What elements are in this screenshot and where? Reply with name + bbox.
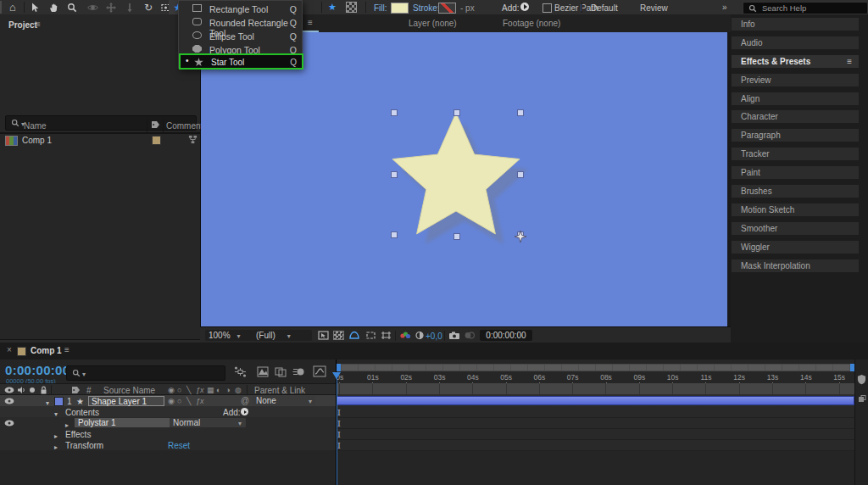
frame-blend-icon[interactable] xyxy=(275,366,287,377)
lock-icon[interactable] xyxy=(40,386,47,394)
hand-tool-button[interactable] xyxy=(44,0,63,14)
panel-align[interactable]: Align xyxy=(732,92,859,105)
project-panel-tab[interactable]: Project xyxy=(8,20,37,30)
polystar-shape[interactable] xyxy=(201,32,727,326)
quality-switch-icon[interactable] xyxy=(186,387,191,394)
menu-item-ellipse-tool[interactable]: Ellipse Tool Q xyxy=(179,29,302,42)
channel-rgb-icon[interactable] xyxy=(398,330,411,341)
search-options-caret-icon[interactable] xyxy=(82,369,86,378)
layer-visibility-eye-icon[interactable] xyxy=(4,398,14,404)
menu-item-rounded-rectangle-tool[interactable]: Rounded Rectangle Tool Q xyxy=(179,15,302,29)
parent-dropdown[interactable]: None xyxy=(253,396,315,405)
tab-layer[interactable]: Layer (none) xyxy=(409,19,457,28)
resolution-dropdown[interactable]: (Full) xyxy=(253,330,312,341)
work-area-bar[interactable] xyxy=(337,364,854,371)
project-panel-menu-icon[interactable] xyxy=(36,20,41,29)
workspace-tab-review[interactable]: Review xyxy=(640,3,668,13)
panel-grip[interactable] xyxy=(0,1,2,14)
zoom-tool-button[interactable] xyxy=(63,0,81,14)
audio-speaker-icon[interactable] xyxy=(17,386,25,394)
label-column-tag-icon[interactable] xyxy=(71,386,81,394)
rotation-tool-button[interactable] xyxy=(139,0,158,14)
panel-preview[interactable]: Preview xyxy=(732,74,859,86)
project-column-name[interactable]: Name xyxy=(24,121,47,131)
selection-handle-bottom-center[interactable] xyxy=(453,233,460,240)
selection-handle-bottom-left[interactable] xyxy=(391,231,398,238)
project-item-row[interactable]: Comp 1 xyxy=(0,134,200,146)
layer-row-shape-layer-1[interactable]: 1 Shape Layer 1 None xyxy=(0,395,336,406)
stroke-label[interactable]: Stroke: xyxy=(413,3,440,13)
mask-visibility-toggle-icon[interactable] xyxy=(348,330,360,341)
solo-icon[interactable] xyxy=(30,387,35,393)
add-property-menu-icon[interactable] xyxy=(241,408,248,415)
layer-duration-bar[interactable] xyxy=(337,396,854,405)
tool-creates-mask-toggle[interactable] xyxy=(343,0,359,14)
selection-handle-mid-right[interactable] xyxy=(517,171,524,178)
work-area-start-handle[interactable] xyxy=(337,364,341,371)
bezier-path-checkbox[interactable] xyxy=(542,3,552,13)
parent-pickwhip-icon[interactable] xyxy=(241,397,249,405)
layer-shy-switch[interactable] xyxy=(168,398,175,405)
panel-brushes[interactable]: Brushes xyxy=(732,185,859,198)
panel-info[interactable]: Info xyxy=(732,18,859,31)
transform-group-row[interactable]: Transform Reset xyxy=(0,439,336,450)
composition-mini-flowchart-icon[interactable] xyxy=(234,366,247,377)
playhead-line[interactable] xyxy=(337,373,337,485)
panel-audio[interactable]: Audio xyxy=(732,36,859,49)
stroke-width-value[interactable]: - px xyxy=(460,3,475,13)
playhead-handle[interactable] xyxy=(332,372,341,379)
panel-menu-icon[interactable] xyxy=(847,57,852,66)
motion-blur-icon[interactable] xyxy=(292,366,305,377)
panel-motion-sketch[interactable]: Motion Sketch xyxy=(732,203,859,216)
layer-label-color-swatch[interactable] xyxy=(54,397,64,406)
magnification-dropdown[interactable]: 100% xyxy=(205,330,253,341)
layer-collapse-switch[interactable] xyxy=(177,398,181,405)
guides-crop-icon[interactable] xyxy=(380,330,392,341)
panel-wiggler[interactable]: Wiggler xyxy=(732,241,859,254)
viewer-panel-menu-icon[interactable] xyxy=(308,18,313,27)
panel-paint[interactable]: Paint xyxy=(732,166,859,179)
video-eye-icon[interactable] xyxy=(4,387,14,393)
selection-handle-top-center[interactable] xyxy=(453,109,460,116)
workspace-tab-default[interactable]: Default xyxy=(591,3,618,13)
comp-marker-bin-icon[interactable] xyxy=(857,374,866,385)
frame-blend-switch-icon[interactable] xyxy=(207,387,214,394)
ruler-tick-band[interactable] xyxy=(337,383,854,394)
transparency-grid-icon[interactable] xyxy=(332,330,345,341)
polystar-name-selected[interactable]: Polystar 1 xyxy=(75,418,170,427)
fill-color-swatch[interactable] xyxy=(391,3,409,14)
panel-smoother[interactable]: Smoother xyxy=(732,222,859,235)
stroke-color-swatch[interactable] xyxy=(438,3,456,14)
effects-switch-icon[interactable] xyxy=(196,387,204,394)
draft-3d-icon[interactable] xyxy=(257,366,269,377)
effects-label[interactable]: Effects xyxy=(65,430,91,439)
exposure-value[interactable]: +0,0 xyxy=(426,332,442,341)
close-tab-icon[interactable] xyxy=(7,345,12,354)
project-item-name[interactable]: Comp 1 xyxy=(22,136,52,145)
workspace-overflow-icon[interactable] xyxy=(722,3,727,12)
add-shape-label[interactable]: Add: xyxy=(502,3,520,13)
label-column-tag-icon[interactable] xyxy=(151,120,160,129)
tab-footage[interactable]: Footage (none) xyxy=(503,19,560,28)
layer-fx-switch[interactable] xyxy=(196,398,204,405)
composition-canvas[interactable] xyxy=(201,32,727,326)
3d-layer-switch-icon[interactable] xyxy=(235,387,242,394)
selection-handle-top-right[interactable] xyxy=(517,109,524,116)
effects-group-row[interactable]: Effects xyxy=(0,428,336,439)
adjustment-layer-switch-icon[interactable] xyxy=(225,387,230,394)
project-column-comment[interactable]: Comment xyxy=(166,121,203,131)
timeline-tab-comp[interactable]: Comp 1 xyxy=(31,346,62,355)
add-shape-menu-icon[interactable] xyxy=(520,3,529,11)
selection-handle-mid-left[interactable] xyxy=(391,171,398,178)
parent-link-column-header[interactable]: Parent & Link xyxy=(254,386,305,395)
panel-character[interactable]: Character xyxy=(732,110,859,123)
orbit-camera-tool-button[interactable] xyxy=(83,0,102,14)
transform-expand-chevron-icon[interactable] xyxy=(54,442,58,451)
polystar-row[interactable]: Polystar 1 Normal xyxy=(0,417,336,428)
motion-blur-switch-icon[interactable] xyxy=(216,387,220,394)
selection-tool-button[interactable] xyxy=(25,0,44,14)
home-button[interactable] xyxy=(3,0,22,14)
label-color-swatch[interactable] xyxy=(152,136,161,145)
selection-handle-top-left[interactable] xyxy=(391,109,398,116)
exposure-gamma-icon[interactable] xyxy=(413,330,426,341)
